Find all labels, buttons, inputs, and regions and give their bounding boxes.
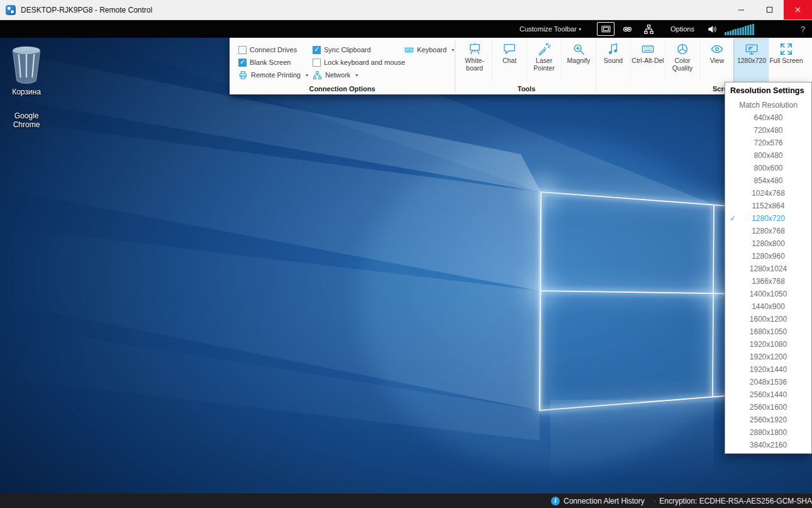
resolution-option-label: 1920x1440 [750, 365, 787, 374]
checkbox-box [238, 59, 247, 67]
tool-button-laser-pointer[interactable]: Laser Pointer [526, 39, 561, 82]
resolution-option-1280x960[interactable]: 1280x960 [725, 250, 811, 262]
resolution-option-2560x1920[interactable]: 2560x1920 [725, 414, 811, 426]
resolution-option-720x576[interactable]: 720x576 [725, 137, 811, 149]
checkbox-box [238, 46, 247, 54]
resolution-option-label: 1920x1200 [750, 353, 787, 361]
remote-printing-dropdown[interactable]: Remote Printing ▾ [238, 70, 308, 80]
tool-button-full-screen[interactable]: Full Screen [769, 39, 803, 82]
remote-printing-label: Remote Printing [251, 71, 301, 79]
resolution-menu-title: Resolution Settings [725, 82, 811, 99]
options-button[interactable]: Options [670, 20, 694, 38]
chevron-down-icon: ▾ [452, 47, 454, 53]
options-label: Options [670, 25, 694, 33]
alert-history-label: Connection Alert History [564, 497, 645, 505]
resolution-option-label: 1024x768 [752, 189, 785, 198]
resolution-option-1280x720[interactable]: ✓1280x720 [725, 212, 811, 225]
full-screen-icon [779, 42, 793, 56]
resolution-option-label: 1366x768 [752, 277, 785, 286]
resolution-option-854x480[interactable]: 854x480 [725, 174, 811, 187]
tool-button-magnify[interactable]: Magnify [561, 39, 596, 82]
tool-button-label: 1280x720 [735, 57, 769, 65]
resolution-option-label: 2560x1600 [750, 403, 787, 412]
tool-button-white-board[interactable]: White-board [457, 39, 492, 82]
resolution-option-1366x768[interactable]: 1366x768 [725, 275, 811, 288]
resolution-option-2048x1536[interactable]: 2048x1536 [725, 376, 811, 388]
view-only-button[interactable] [618, 22, 636, 36]
help-label: ? [801, 25, 805, 34]
resolution-option-2880x1800[interactable]: 2880x1800 [725, 426, 811, 439]
app-icon [6, 5, 16, 15]
resolution-option-1600x1200[interactable]: 1600x1200 [725, 313, 811, 325]
tool-button-label: Chat [492, 57, 526, 65]
connect-drives-checkbox[interactable]: Connect Drives [238, 45, 297, 55]
tool-button-ctrl-alt-del[interactable]: Ctrl-Alt-Del [630, 39, 665, 82]
resolution-option-label: 640x480 [754, 113, 782, 122]
lock-keyboard-mouse-checkbox[interactable]: Lock keyboard and mouse [313, 57, 405, 67]
tool-button-label: Color Quality [665, 57, 699, 72]
info-icon: i [551, 497, 560, 505]
resolution-option-label: Match Resolution [739, 101, 798, 110]
resolution-option-1024x768[interactable]: 1024x768 [725, 187, 811, 200]
maximize-button[interactable] [755, 0, 784, 20]
resolution-option-2560x1600[interactable]: 2560x1600 [725, 401, 811, 414]
customize-toolbar-button[interactable]: Customize Toolbar ▾ [520, 20, 581, 38]
resolution-option-640x480[interactable]: 640x480 [725, 111, 811, 124]
chat-icon [503, 42, 516, 56]
resolution-option-1920x1200[interactable]: 1920x1200 [725, 351, 811, 363]
connection-alert-history-button[interactable]: i Connection Alert History [551, 494, 645, 508]
tool-button-sound[interactable]: Sound [596, 39, 630, 82]
resolution-option-1680x1050[interactable]: 1680x1050 [725, 325, 811, 338]
resolution-option-3840x2160[interactable]: 3840x2160 [725, 439, 811, 451]
resolution-option-1920x1440[interactable]: 1920x1440 [725, 363, 811, 376]
resolution-option-1280x768[interactable]: 1280x768 [725, 225, 811, 237]
network-map-button[interactable] [640, 22, 657, 36]
resolution-option-label: 3840x2160 [750, 441, 787, 449]
tool-button-view[interactable]: View [699, 39, 734, 82]
remote-desktop[interactable]: Корзина Google Chrome Поиск в Windows e [0, 38, 812, 494]
help-button[interactable]: ? [801, 20, 805, 38]
window-controls [727, 0, 812, 20]
resolution-option-720x480[interactable]: 720x480 [725, 124, 811, 137]
tool-button-color-quality[interactable]: Color Quality [665, 39, 699, 82]
blank-screen-checkbox[interactable]: Blank Screen [238, 57, 291, 67]
resolution-option-label: 1440x900 [752, 302, 785, 311]
close-button[interactable] [784, 0, 812, 20]
resolution-option-800x600[interactable]: 800x600 [725, 162, 811, 174]
minimize-button[interactable] [727, 0, 755, 20]
resolution-option-label: 800x600 [754, 164, 782, 172]
resolution-option-match-resolution[interactable]: Match Resolution [725, 99, 811, 111]
resolution-option-800x480[interactable]: 800x480 [725, 149, 811, 162]
sync-clipboard-checkbox[interactable]: Sync Clipboard [313, 45, 371, 55]
signal-meter[interactable] [725, 23, 754, 35]
tool-button-chat[interactable]: Chat [492, 39, 526, 82]
keyboard-dropdown[interactable]: Keyboard ▾ [404, 45, 454, 55]
volume-button[interactable] [707, 20, 718, 38]
tool-button-label: Sound [596, 57, 630, 65]
chevron-down-icon: ▾ [355, 72, 358, 78]
tool-button-label: White-board [457, 57, 492, 72]
resolution-option-label: 2560x1920 [750, 415, 787, 424]
desktop-icon-label: Google Chrome [13, 111, 40, 129]
resolution-menu-list: Match Resolution640x480720x480720x576800… [725, 99, 811, 451]
resolution-option-1400x1050[interactable]: 1400x1050 [725, 288, 811, 300]
resolution-option-1920x1080[interactable]: 1920x1080 [725, 338, 811, 351]
resolution-option-1280x800[interactable]: 1280x800 [725, 237, 811, 250]
desktop-icon-google-chrome[interactable]: Google Chrome [3, 112, 50, 130]
resolution-option-1280x1024[interactable]: 1280x1024 [725, 262, 811, 275]
desktop-icon-recycle-bin[interactable]: Корзина [3, 42, 50, 97]
network-dropdown[interactable]: Network ▾ [313, 70, 358, 80]
checkbox-label: Lock keyboard and mouse [324, 59, 405, 66]
resolution-option-label: 1600x1200 [750, 315, 787, 324]
laser-pointer-icon [537, 42, 551, 56]
resolution-option-label: 1280x720 [752, 214, 785, 223]
screen-mode-button[interactable] [597, 22, 615, 36]
resolution-option-2560x1440[interactable]: 2560x1440 [725, 388, 811, 401]
window-title: DESKTOP-RJK9PG8 - Remote Control [21, 6, 152, 14]
chevron-down-icon: ▾ [306, 72, 308, 78]
remote-control-window: DESKTOP-RJK9PG8 - Remote Control Customi… [0, 0, 812, 508]
resolution-option-1152x864[interactable]: 1152x864 [725, 200, 811, 212]
speaker-icon [707, 24, 718, 35]
tool-button-1280x720[interactable]: 1280x720 [734, 39, 769, 82]
resolution-option-1440x900[interactable]: 1440x900 [725, 300, 811, 313]
